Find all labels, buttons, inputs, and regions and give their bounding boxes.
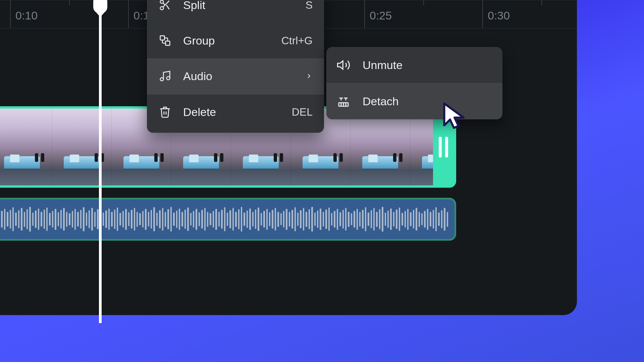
waveform-bar xyxy=(300,210,301,228)
waveform-bar xyxy=(238,209,239,229)
speaker-icon xyxy=(336,58,351,72)
music-icon xyxy=(158,69,172,83)
waveform-bar xyxy=(137,212,138,227)
waveform-bar xyxy=(181,212,183,226)
waveform-bar xyxy=(252,212,254,226)
waveform-bar xyxy=(410,212,411,226)
waveform-bar xyxy=(207,212,208,227)
playhead-line xyxy=(99,15,102,323)
waveform-bar xyxy=(114,209,115,229)
waveform-bar xyxy=(111,212,112,226)
waveform-bar xyxy=(159,210,160,228)
waveform-bar xyxy=(342,210,344,229)
ruler-minor-tick xyxy=(541,0,542,5)
menu-item-audio[interactable]: Audio xyxy=(147,58,324,94)
waveform-bar xyxy=(119,213,121,226)
ruler-tick: 0:25 xyxy=(364,0,392,28)
ruler-tick-label: 0:25 xyxy=(370,9,392,22)
playhead[interactable] xyxy=(93,0,107,323)
waveform-bar xyxy=(362,210,363,229)
detach-icon xyxy=(336,95,351,109)
svg-line-4 xyxy=(163,3,165,5)
waveform-bar xyxy=(263,211,265,228)
waveform-bar xyxy=(328,207,330,231)
playhead-handle[interactable] xyxy=(93,0,107,13)
waveform-bar xyxy=(170,207,172,232)
waveform-bar xyxy=(241,207,242,232)
waveform-bar xyxy=(229,210,231,228)
svg-marker-9 xyxy=(338,61,343,69)
waveform-bar xyxy=(424,211,425,228)
submenu-item-label: Unmute xyxy=(363,59,402,72)
waveform-bar xyxy=(272,210,273,229)
waveform-bar xyxy=(201,210,203,229)
waveform-bar xyxy=(351,213,352,225)
svg-line-3 xyxy=(166,5,169,9)
menu-item-group[interactable]: GroupCtrl+G xyxy=(147,23,324,58)
waveform-bar xyxy=(83,207,84,231)
waveform-bar xyxy=(376,212,377,227)
video-thumbnail xyxy=(0,109,52,185)
waveform-bar xyxy=(337,209,338,230)
menu-item-shortcut: S xyxy=(306,0,313,11)
waveform-bar xyxy=(117,207,118,231)
waveform-bar xyxy=(58,212,59,226)
svg-rect-6 xyxy=(166,41,170,46)
waveform-bar xyxy=(286,209,287,230)
waveform-bar xyxy=(125,209,126,230)
svg-rect-5 xyxy=(160,36,165,40)
waveform-bar xyxy=(145,209,146,230)
waveform-bar xyxy=(401,213,403,226)
waveform-bar xyxy=(218,212,220,226)
waveform-bar xyxy=(21,208,22,231)
waveform-bar xyxy=(215,209,217,230)
waveform-bar xyxy=(303,208,304,231)
waveform-bar xyxy=(63,208,64,231)
waveform-bar xyxy=(80,210,82,229)
waveform-bar xyxy=(357,209,358,230)
waveform-bar xyxy=(345,208,346,231)
waveform-bar xyxy=(224,207,225,231)
cursor-icon xyxy=(440,101,471,132)
waveform-bar xyxy=(339,212,341,226)
ruler-tick: 0:30 xyxy=(482,0,510,28)
waveform-bar xyxy=(244,213,245,226)
waveform-bar xyxy=(317,210,318,228)
waveform-bar xyxy=(283,211,284,228)
waveform-bar xyxy=(165,212,166,227)
waveform-bar xyxy=(447,212,448,227)
waveform-bar xyxy=(371,210,372,228)
group-icon xyxy=(158,34,172,47)
waveform-bar xyxy=(66,212,67,227)
waveform-bar xyxy=(26,209,28,229)
waveform-bar xyxy=(193,211,194,228)
waveform-bar xyxy=(396,209,397,229)
waveform-bar xyxy=(148,212,149,226)
menu-item-split[interactable]: SplitS xyxy=(147,0,324,23)
waveform-bar xyxy=(221,210,222,229)
waveform-bar xyxy=(86,213,87,226)
editor-panel: 0:100:150:200:250:30 SplitSGroupCtrl+GAu… xyxy=(0,0,577,315)
waveform-bar xyxy=(416,208,417,231)
waveform-bar xyxy=(334,211,335,228)
menu-item-delete[interactable]: DeleteDEL xyxy=(147,94,324,129)
submenu-item-label: Detach xyxy=(363,95,399,108)
waveform-bar xyxy=(379,209,380,229)
waveform-bar xyxy=(213,211,214,228)
waveform-bar xyxy=(77,212,78,226)
waveform-bar xyxy=(365,207,366,231)
menu-item-label: Audio xyxy=(183,70,294,83)
submenu-item-detach[interactable]: Detach xyxy=(326,83,502,119)
menu-item-label: Group xyxy=(183,34,270,47)
waveform-bar xyxy=(311,207,313,232)
audio-clip[interactable] xyxy=(0,198,456,241)
waveform-bar xyxy=(196,209,197,230)
waveform-bar xyxy=(306,212,307,227)
waveform-bar xyxy=(55,209,56,230)
submenu-item-unmute[interactable]: Unmute xyxy=(326,47,502,83)
svg-point-7 xyxy=(160,78,164,81)
waveform-bar xyxy=(413,210,414,229)
waveform-bar xyxy=(348,212,349,227)
waveform-bar xyxy=(261,213,262,226)
waveform-bar xyxy=(444,208,445,231)
